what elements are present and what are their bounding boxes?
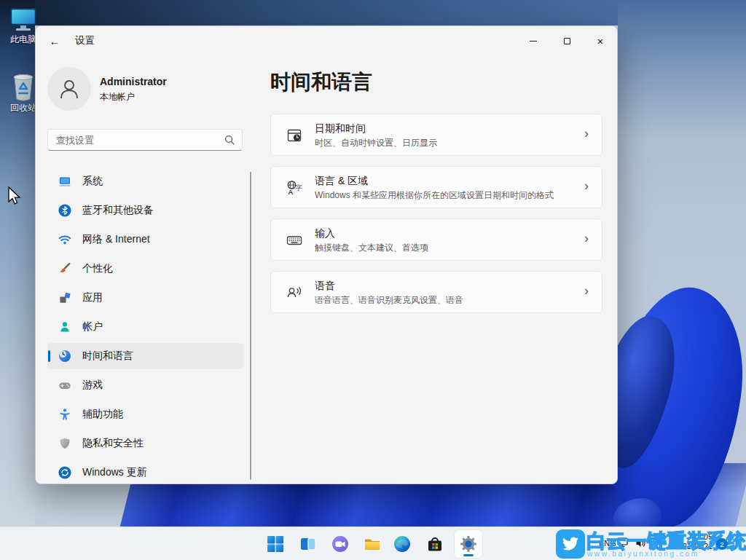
main-pane: 时间和语言 日期和时间 时区、自动时钟设置、日历显示 › bbox=[270, 26, 602, 484]
speech-icon bbox=[286, 284, 303, 301]
card-title: 输入 bbox=[315, 227, 335, 240]
card-subtitle: 语音语言、语音识别麦克风设置、语音 bbox=[315, 294, 463, 307]
sidebar-item-windows-update[interactable]: Windows 更新 bbox=[47, 460, 243, 484]
sidebar-item-label: 网络 & Internet bbox=[82, 233, 150, 246]
search-icon bbox=[224, 135, 235, 145]
sidebar-item-label: Windows 更新 bbox=[82, 466, 147, 479]
sidebar-item-label: 蓝牙和其他设备 bbox=[82, 204, 154, 217]
bluetooth-icon bbox=[58, 203, 72, 218]
notification-count: 2 bbox=[720, 540, 723, 548]
sidebar-item-label: 游戏 bbox=[82, 379, 103, 392]
settings-gear-icon bbox=[459, 535, 478, 553]
sidebar-item-bluetooth[interactable]: 蓝牙和其他设备 bbox=[47, 197, 243, 224]
card-input[interactable]: 输入 触摸键盘、文本建议、首选项 › bbox=[270, 218, 602, 261]
brush-icon bbox=[58, 261, 72, 276]
window-title: 设置 bbox=[75, 34, 95, 47]
edge-button[interactable] bbox=[388, 529, 417, 559]
account-name: Administrator bbox=[100, 76, 167, 87]
settings-app-button[interactable] bbox=[454, 529, 483, 559]
chat-icon bbox=[331, 535, 350, 553]
settings-cards: 日期和时间 时区、自动时钟设置、日历显示 › A 字 语言 & 区域 Windo… bbox=[270, 114, 602, 323]
windows-start-icon bbox=[266, 535, 285, 553]
chat-button[interactable] bbox=[326, 529, 355, 559]
time-language-icon bbox=[58, 349, 72, 363]
accessibility-icon bbox=[58, 407, 72, 422]
sidebar-item-accounts[interactable]: 帐户 bbox=[47, 314, 243, 340]
card-language-region[interactable]: A 字 语言 & 区域 Windows 和某些应用根据你所在的区域设置日期和时间… bbox=[270, 166, 602, 208]
card-title: 语音 bbox=[315, 280, 335, 293]
settings-search[interactable] bbox=[47, 129, 243, 151]
sidebar-item-label: 时间和语言 bbox=[82, 350, 133, 363]
system-icon bbox=[58, 174, 72, 189]
sidebar-item-gaming[interactable]: 游戏 bbox=[47, 372, 243, 398]
sidebar-item-apps[interactable]: 应用 bbox=[47, 285, 243, 311]
card-speech[interactable]: 语音 语音语言、语音识别麦克风设置、语音 › bbox=[270, 271, 602, 313]
card-date-time[interactable]: 日期和时间 时区、自动时钟设置、日历显示 › bbox=[270, 114, 602, 156]
card-title: 语言 & 区域 bbox=[315, 175, 368, 188]
update-icon bbox=[58, 465, 72, 480]
edge-icon bbox=[393, 535, 412, 553]
svg-text:字: 字 bbox=[295, 184, 302, 192]
sidebar-item-privacy[interactable]: 隐私和安全性 bbox=[47, 430, 243, 457]
page-title: 时间和语言 bbox=[270, 68, 372, 96]
user-icon bbox=[57, 76, 82, 101]
mouse-cursor bbox=[7, 186, 22, 210]
file-explorer-button[interactable] bbox=[358, 529, 387, 559]
sidebar-scrollbar[interactable] bbox=[250, 172, 251, 480]
chevron-right-icon: › bbox=[584, 283, 589, 299]
settings-window: ← 设置 × Administrator 本地帐户 bbox=[35, 25, 618, 484]
task-view-icon bbox=[299, 535, 318, 553]
sidebar-item-network[interactable]: 网络 & Internet bbox=[47, 226, 243, 253]
sidebar-nav: 系统 蓝牙和其他设备 网络 & Internet bbox=[47, 168, 243, 484]
sidebar-item-system[interactable]: 系统 bbox=[47, 168, 243, 194]
date-time-icon bbox=[286, 127, 303, 144]
back-icon: ← bbox=[50, 35, 60, 47]
watermark-twitter-icon bbox=[556, 529, 585, 559]
file-explorer-icon bbox=[363, 535, 382, 553]
shield-icon bbox=[58, 436, 72, 451]
wallpaper-top bbox=[35, 0, 618, 25]
keyboard-icon bbox=[286, 232, 303, 249]
chevron-right-icon: › bbox=[584, 126, 589, 141]
sidebar-item-label: 系统 bbox=[82, 175, 103, 188]
task-view-button[interactable] bbox=[294, 529, 323, 559]
card-title: 日期和时间 bbox=[315, 122, 366, 135]
sidebar-item-label: 辅助功能 bbox=[82, 408, 123, 421]
watermark-url: www.baiyunxitong.com bbox=[587, 550, 699, 558]
card-subtitle: 时区、自动时钟设置、日历显示 bbox=[315, 137, 437, 149]
back-button[interactable]: ← bbox=[43, 31, 66, 50]
chevron-right-icon: › bbox=[584, 231, 589, 246]
this-pc-icon bbox=[9, 7, 37, 33]
active-app-indicator bbox=[463, 554, 474, 556]
search-input[interactable] bbox=[48, 135, 224, 146]
sidebar-item-label: 隐私和安全性 bbox=[82, 437, 144, 450]
svg-text:A: A bbox=[288, 188, 293, 196]
recycle-bin-icon bbox=[10, 71, 36, 102]
account-type: 本地帐户 bbox=[100, 91, 135, 103]
accounts-icon bbox=[58, 320, 72, 334]
selection-accent-bar bbox=[48, 350, 50, 362]
gamepad-icon bbox=[58, 378, 72, 393]
card-subtitle: 触摸键盘、文本建议、首选项 bbox=[315, 242, 428, 254]
sidebar-item-personalization[interactable]: 个性化 bbox=[47, 256, 243, 282]
card-subtitle: Windows 和某些应用根据你所在的区域设置日期和时间的格式 bbox=[315, 189, 554, 202]
store-icon bbox=[425, 535, 444, 553]
sidebar-item-accessibility[interactable]: 辅助功能 bbox=[47, 401, 243, 427]
sidebar-item-label: 个性化 bbox=[82, 262, 113, 275]
notification-badge[interactable]: 2 bbox=[716, 538, 728, 550]
chevron-right-icon: › bbox=[584, 178, 589, 194]
language-region-icon: A 字 bbox=[286, 179, 303, 197]
store-button[interactable] bbox=[420, 529, 449, 559]
sidebar-item-time-language[interactable]: 时间和语言 bbox=[47, 343, 243, 369]
sidebar-item-label: 应用 bbox=[82, 291, 103, 304]
apps-icon bbox=[58, 291, 72, 305]
wifi-icon bbox=[58, 232, 72, 247]
start-button[interactable] bbox=[261, 529, 290, 559]
sidebar-item-label: 帐户 bbox=[82, 320, 103, 334]
avatar[interactable] bbox=[47, 67, 91, 111]
